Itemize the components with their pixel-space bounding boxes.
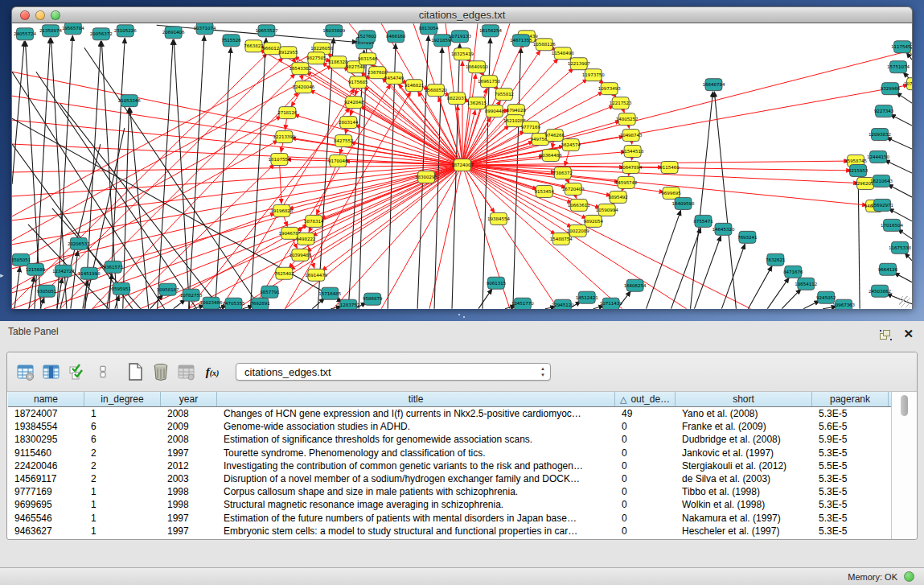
graph-node[interactable]: 9777169	[521, 122, 541, 134]
hub-node[interactable]: 18724007	[451, 159, 474, 171]
graph-node[interactable]: 9305051	[37, 285, 56, 297]
float-panel-icon[interactable]	[880, 330, 892, 340]
table-row[interactable]: 2242004622012Investigating the contribut…	[8, 459, 893, 472]
graph-node[interactable]: 10653527	[255, 25, 277, 37]
graph-node[interactable]: 3624574	[561, 139, 581, 151]
graph-node[interactable]: 14512421	[576, 291, 598, 303]
graph-node[interactable]: 23105226	[114, 25, 137, 37]
graph-node[interactable]: 22420046	[292, 81, 314, 93]
network-window-titlebar[interactable]: citations_edges.txt	[11, 6, 913, 23]
graph-node[interactable]: 9498222	[296, 233, 315, 245]
graph-node[interactable]: 15751074	[887, 61, 910, 73]
graph-node[interactable]: 10782753	[180, 289, 203, 301]
graph-node[interactable]: 9664126	[878, 263, 898, 275]
graph-node[interactable]: 9175685	[348, 76, 368, 89]
table-scrollbar[interactable]	[891, 392, 916, 539]
graph-node[interactable]: 9245052	[816, 291, 836, 303]
graph-node[interactable]: 14645320	[712, 223, 734, 235]
graph-node[interactable]: 11544518	[622, 146, 644, 158]
graph-node[interactable]: 7693241	[737, 231, 757, 243]
panel-collapse-arrow[interactable]: ▸	[0, 272, 4, 279]
graph-node[interactable]: 12093832	[869, 129, 891, 141]
graph-node[interactable]: 16033809	[322, 25, 345, 37]
graph-node[interactable]: 5878314	[304, 215, 324, 227]
memory-status-dot[interactable]	[904, 571, 914, 582]
graph-node[interactable]: 18640910	[466, 61, 488, 73]
graph-node[interactable]: 9153454	[535, 185, 555, 197]
graph-node[interactable]: 15692971	[871, 199, 893, 211]
graph-node[interactable]: 8427552	[334, 135, 353, 147]
graph-node[interactable]: 12217523	[610, 97, 632, 109]
show-columns-icon[interactable]	[39, 360, 64, 384]
graph-node[interactable]: 11451998	[78, 267, 101, 279]
select-all-icon[interactable]	[65, 360, 89, 384]
graph-node[interactable]: 17016504	[881, 219, 903, 231]
graph-node[interactable]: 10967363	[832, 299, 855, 309]
graph-node[interactable]: 10958187	[157, 283, 179, 295]
graph-node[interactable]: 10647894	[620, 162, 643, 174]
graph-node[interactable]: 15688520	[425, 84, 447, 97]
close-panel-icon[interactable]: ✕	[903, 328, 914, 340]
graph-node[interactable]: 16914479	[305, 269, 327, 281]
function-builder-icon[interactable]: f(x)	[200, 360, 224, 384]
graph-node[interactable]: 1215689	[26, 263, 46, 275]
graph-node[interactable]: 8895492	[608, 191, 627, 203]
graph-node[interactable]: 9170046	[328, 155, 348, 167]
graph-node[interactable]: 20691406	[162, 27, 185, 39]
graph-node[interactable]: 11283752	[337, 299, 359, 309]
table-row[interactable]: 1830029562008Estimation of significance …	[8, 433, 893, 446]
graph-node[interactable]: 21358974	[39, 25, 62, 37]
column-settings-icon[interactable]	[14, 360, 38, 384]
column-header-out_de[interactable]: △out_de…	[615, 392, 676, 406]
table-row[interactable]: 946554611997Estimation of the future num…	[8, 512, 893, 525]
graph-node[interactable]: 20056372	[90, 28, 113, 40]
table-row[interactable]: 911546021997Tourette syndrome. Phenomeno…	[8, 447, 893, 459]
graph-node[interactable]: 20364486	[540, 150, 562, 162]
graph-node[interactable]: 9329966	[881, 83, 901, 95]
graph-node[interactable]: 16720403	[562, 183, 585, 195]
graph-node[interactable]: 8822037	[447, 93, 467, 105]
graph-node[interactable]: 22945120	[552, 299, 574, 309]
graph-node[interactable]: 11675338	[889, 241, 911, 253]
graph-node[interactable]: 9586879	[363, 293, 383, 305]
graph-node[interactable]: 2803144	[339, 117, 359, 129]
graph-node[interactable]: 10654112	[795, 278, 817, 290]
graph-node[interactable]: 10711439	[600, 298, 622, 309]
graph-node[interactable]: 8471676	[783, 266, 803, 278]
graph-node[interactable]: 16156254	[479, 25, 502, 37]
graph-node[interactable]: 9892054	[583, 215, 603, 227]
graph-node[interactable]: 10973493	[598, 83, 621, 95]
graph-node[interactable]: 10755447	[904, 78, 912, 90]
delete-table-icon[interactable]	[149, 360, 173, 384]
table-scrollbar-thumb[interactable]	[901, 395, 908, 416]
graph-node[interactable]: 7955812	[495, 89, 514, 101]
graph-node[interactable]: 24503862	[869, 285, 891, 297]
graph-node[interactable]: 21053346	[118, 95, 141, 107]
column-header-short[interactable]: short	[676, 392, 812, 406]
graph-node[interactable]: 12451770	[511, 298, 534, 309]
table-row[interactable]: 969969511998Structural magnetic resonanc…	[8, 498, 893, 511]
minimize-window-button[interactable]	[35, 10, 45, 20]
graph-node[interactable]: 9242848	[344, 97, 364, 109]
graph-node[interactable]: 10399488	[289, 249, 311, 261]
network-canvas[interactable]: 1872400776638229660128891295516543382224…	[11, 23, 913, 309]
graph-node[interactable]: 1362615	[467, 97, 487, 109]
graph-node[interactable]: 20206533	[68, 237, 90, 249]
column-header-title[interactable]: title	[217, 392, 615, 406]
graph-node[interactable]: 24055724	[14, 28, 36, 40]
graph-node[interactable]: 18325419	[451, 48, 474, 60]
table-select[interactable]: citations_edges.txt▲▼	[236, 363, 551, 381]
zoom-window-button[interactable]	[51, 10, 60, 20]
graph-node[interactable]: 16961758	[478, 76, 500, 88]
column-header-in_degree[interactable]: in_degree	[84, 392, 161, 406]
graph-node[interactable]: 11548498	[552, 47, 574, 60]
graph-node[interactable]: 12342727	[52, 265, 75, 277]
graph-node[interactable]: 18300295	[415, 171, 437, 183]
column-header-year[interactable]: year	[161, 392, 217, 406]
graph-node[interactable]: 15716485	[318, 287, 341, 299]
table-row[interactable]: 977716911998Corpus callosum shape and si…	[8, 485, 893, 498]
graph-node[interactable]: 8755471	[693, 215, 713, 227]
column-header-pagerank[interactable]: pagerank	[812, 392, 889, 406]
graph-node[interactable]: 14671355	[510, 35, 532, 47]
graph-node[interactable]: 8215953	[848, 165, 869, 177]
